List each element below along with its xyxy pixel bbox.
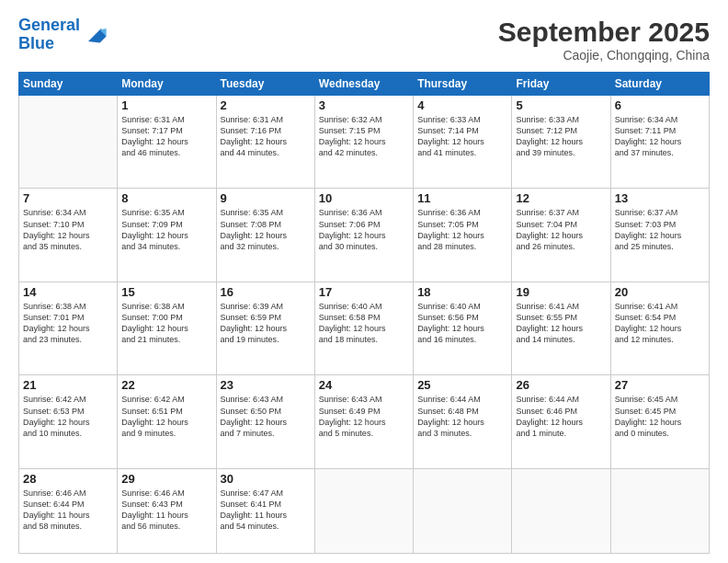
day-info: Sunrise: 6:45 AM Sunset: 6:45 PM Dayligh… xyxy=(615,394,705,439)
day-number: 23 xyxy=(221,378,311,392)
logo-text: General Blue xyxy=(18,17,80,53)
weekday-header-friday: Friday xyxy=(512,73,610,96)
day-number: 14 xyxy=(23,285,113,299)
day-number: 10 xyxy=(319,191,409,205)
week-row-2: 7Sunrise: 6:34 AM Sunset: 7:10 PM Daylig… xyxy=(19,189,710,282)
day-number: 28 xyxy=(23,472,113,486)
day-info: Sunrise: 6:40 AM Sunset: 6:56 PM Dayligh… xyxy=(417,301,507,346)
weekday-header-saturday: Saturday xyxy=(610,73,709,96)
title-block: September 2025 Caojie, Chongqing, China xyxy=(498,17,710,63)
day-info: Sunrise: 6:42 AM Sunset: 6:53 PM Dayligh… xyxy=(23,394,113,439)
day-info: Sunrise: 6:34 AM Sunset: 7:11 PM Dayligh… xyxy=(615,114,705,159)
day-number: 21 xyxy=(23,378,113,392)
day-number: 29 xyxy=(121,472,211,486)
logo-blue: Blue xyxy=(18,34,54,52)
day-info: Sunrise: 6:38 AM Sunset: 7:00 PM Dayligh… xyxy=(121,301,211,346)
day-info: Sunrise: 6:42 AM Sunset: 6:51 PM Dayligh… xyxy=(121,394,211,439)
day-number: 30 xyxy=(221,472,311,486)
day-info: Sunrise: 6:46 AM Sunset: 6:43 PM Dayligh… xyxy=(121,488,211,533)
day-info: Sunrise: 6:47 AM Sunset: 6:41 PM Dayligh… xyxy=(221,488,311,533)
calendar-cell: 30Sunrise: 6:47 AM Sunset: 6:41 PM Dayli… xyxy=(216,468,314,553)
calendar-cell: 23Sunrise: 6:43 AM Sunset: 6:50 PM Dayli… xyxy=(216,375,314,468)
calendar-cell: 7Sunrise: 6:34 AM Sunset: 7:10 PM Daylig… xyxy=(19,189,118,282)
day-number: 3 xyxy=(319,98,409,112)
month-title: September 2025 xyxy=(498,17,710,48)
day-info: Sunrise: 6:44 AM Sunset: 6:48 PM Dayligh… xyxy=(417,394,507,439)
calendar-cell: 24Sunrise: 6:43 AM Sunset: 6:49 PM Dayli… xyxy=(314,375,413,468)
day-number: 13 xyxy=(615,191,705,205)
calendar-cell: 18Sunrise: 6:40 AM Sunset: 6:56 PM Dayli… xyxy=(414,282,512,374)
week-row-4: 21Sunrise: 6:42 AM Sunset: 6:53 PM Dayli… xyxy=(19,375,710,468)
calendar-cell: 27Sunrise: 6:45 AM Sunset: 6:45 PM Dayli… xyxy=(610,375,709,468)
day-info: Sunrise: 6:41 AM Sunset: 6:54 PM Dayligh… xyxy=(615,301,705,346)
calendar-cell: 26Sunrise: 6:44 AM Sunset: 6:46 PM Dayli… xyxy=(512,375,610,468)
calendar-cell: 22Sunrise: 6:42 AM Sunset: 6:51 PM Dayli… xyxy=(118,375,216,468)
day-number: 15 xyxy=(121,285,211,299)
day-number: 9 xyxy=(221,191,311,205)
calendar-cell: 1Sunrise: 6:31 AM Sunset: 7:17 PM Daylig… xyxy=(118,96,216,189)
day-number: 8 xyxy=(121,191,211,205)
day-number: 12 xyxy=(516,191,606,205)
weekday-header-row: SundayMondayTuesdayWednesdayThursdayFrid… xyxy=(19,73,710,96)
day-number: 19 xyxy=(516,285,606,299)
calendar-cell: 25Sunrise: 6:44 AM Sunset: 6:48 PM Dayli… xyxy=(414,375,512,468)
calendar-cell xyxy=(19,96,118,189)
logo-general: General xyxy=(18,16,80,34)
calendar-cell: 17Sunrise: 6:40 AM Sunset: 6:58 PM Dayli… xyxy=(314,282,413,374)
weekday-header-monday: Monday xyxy=(118,73,216,96)
header: General Blue September 2025 Caojie, Chon… xyxy=(18,17,710,63)
calendar-cell: 28Sunrise: 6:46 AM Sunset: 6:44 PM Dayli… xyxy=(19,468,118,553)
calendar-cell: 2Sunrise: 6:31 AM Sunset: 7:16 PM Daylig… xyxy=(216,96,314,189)
weekday-header-thursday: Thursday xyxy=(414,73,512,96)
calendar-cell: 21Sunrise: 6:42 AM Sunset: 6:53 PM Dayli… xyxy=(19,375,118,468)
calendar-cell: 12Sunrise: 6:37 AM Sunset: 7:04 PM Dayli… xyxy=(512,189,610,282)
day-info: Sunrise: 6:38 AM Sunset: 7:01 PM Dayligh… xyxy=(23,301,113,346)
weekday-header-sunday: Sunday xyxy=(19,73,118,96)
logo-icon xyxy=(82,22,108,48)
day-number: 20 xyxy=(615,285,705,299)
day-number: 1 xyxy=(121,98,211,112)
day-number: 16 xyxy=(221,285,311,299)
day-info: Sunrise: 6:35 AM Sunset: 7:09 PM Dayligh… xyxy=(121,207,211,252)
day-info: Sunrise: 6:33 AM Sunset: 7:14 PM Dayligh… xyxy=(417,114,507,159)
calendar-cell: 10Sunrise: 6:36 AM Sunset: 7:06 PM Dayli… xyxy=(314,189,413,282)
day-number: 17 xyxy=(319,285,409,299)
day-number: 7 xyxy=(23,191,113,205)
calendar-cell: 4Sunrise: 6:33 AM Sunset: 7:14 PM Daylig… xyxy=(414,96,512,189)
calendar-cell: 3Sunrise: 6:32 AM Sunset: 7:15 PM Daylig… xyxy=(314,96,413,189)
week-row-3: 14Sunrise: 6:38 AM Sunset: 7:01 PM Dayli… xyxy=(19,282,710,374)
day-info: Sunrise: 6:31 AM Sunset: 7:16 PM Dayligh… xyxy=(221,114,311,159)
day-number: 4 xyxy=(417,98,507,112)
calendar-cell xyxy=(314,468,413,553)
day-number: 5 xyxy=(516,98,606,112)
day-number: 11 xyxy=(417,191,507,205)
calendar-cell: 19Sunrise: 6:41 AM Sunset: 6:55 PM Dayli… xyxy=(512,282,610,374)
calendar-cell xyxy=(610,468,709,553)
week-row-1: 1Sunrise: 6:31 AM Sunset: 7:17 PM Daylig… xyxy=(19,96,710,189)
week-row-5: 28Sunrise: 6:46 AM Sunset: 6:44 PM Dayli… xyxy=(19,468,710,553)
calendar-cell: 9Sunrise: 6:35 AM Sunset: 7:08 PM Daylig… xyxy=(216,189,314,282)
day-info: Sunrise: 6:36 AM Sunset: 7:05 PM Dayligh… xyxy=(417,207,507,252)
calendar-cell: 29Sunrise: 6:46 AM Sunset: 6:43 PM Dayli… xyxy=(118,468,216,553)
day-info: Sunrise: 6:37 AM Sunset: 7:03 PM Dayligh… xyxy=(615,207,705,252)
day-info: Sunrise: 6:39 AM Sunset: 6:59 PM Dayligh… xyxy=(221,301,311,346)
day-number: 22 xyxy=(121,378,211,392)
calendar-cell: 5Sunrise: 6:33 AM Sunset: 7:12 PM Daylig… xyxy=(512,96,610,189)
weekday-header-wednesday: Wednesday xyxy=(314,73,413,96)
day-info: Sunrise: 6:31 AM Sunset: 7:17 PM Dayligh… xyxy=(121,114,211,159)
day-info: Sunrise: 6:46 AM Sunset: 6:44 PM Dayligh… xyxy=(23,488,113,533)
day-info: Sunrise: 6:40 AM Sunset: 6:58 PM Dayligh… xyxy=(319,301,409,346)
day-number: 2 xyxy=(221,98,311,112)
calendar-cell: 15Sunrise: 6:38 AM Sunset: 7:00 PM Dayli… xyxy=(118,282,216,374)
day-number: 25 xyxy=(417,378,507,392)
calendar-cell: 6Sunrise: 6:34 AM Sunset: 7:11 PM Daylig… xyxy=(610,96,709,189)
day-info: Sunrise: 6:43 AM Sunset: 6:50 PM Dayligh… xyxy=(221,394,311,439)
day-number: 24 xyxy=(319,378,409,392)
calendar-cell: 13Sunrise: 6:37 AM Sunset: 7:03 PM Dayli… xyxy=(610,189,709,282)
day-number: 18 xyxy=(417,285,507,299)
day-number: 6 xyxy=(615,98,705,112)
calendar-cell xyxy=(414,468,512,553)
calendar-cell: 16Sunrise: 6:39 AM Sunset: 6:59 PM Dayli… xyxy=(216,282,314,374)
day-info: Sunrise: 6:44 AM Sunset: 6:46 PM Dayligh… xyxy=(516,394,606,439)
day-info: Sunrise: 6:36 AM Sunset: 7:06 PM Dayligh… xyxy=(319,207,409,252)
